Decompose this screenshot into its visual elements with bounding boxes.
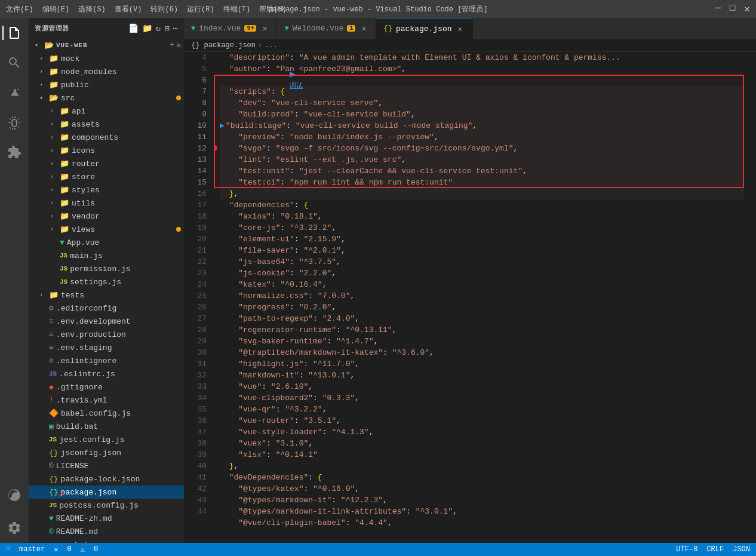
tree-item-mock[interactable]: › 📁 mock bbox=[29, 52, 184, 65]
code-line-31: "markdown-it": "^13.0.1", bbox=[220, 370, 744, 381]
tree-item-package-lock[interactable]: › {} package-lock.json bbox=[29, 472, 184, 486]
warnings-count[interactable]: 0 bbox=[94, 545, 98, 554]
tree-item-assets[interactable]: › 📁 assets bbox=[29, 118, 184, 131]
tab-welcome-vue[interactable]: ▼ Welcome.vue 1 ✕ bbox=[277, 18, 376, 39]
tree-item-main-js[interactable]: › JS main.js bbox=[29, 249, 184, 262]
tree-item-package-json[interactable]: › {} package.json ↗ bbox=[29, 486, 184, 499]
tree-item-travis[interactable]: › ! .travis.yml bbox=[29, 394, 184, 407]
menu-file[interactable]: 文件(F) bbox=[6, 4, 33, 14]
git-branch-label[interactable]: master bbox=[19, 545, 45, 554]
extensions-icon[interactable] bbox=[2, 140, 26, 164]
collapse-icon[interactable]: ⊟ bbox=[164, 23, 169, 33]
tree-item-postcss[interactable]: › JS postcss.config.js bbox=[29, 499, 184, 512]
more-actions-icon[interactable]: ⋯ bbox=[173, 23, 178, 33]
remote-icon[interactable] bbox=[2, 483, 26, 507]
code-line-37: "vuex": "3.1.0", bbox=[220, 438, 744, 449]
app-container: 资源管理器 📄 📁 ↻ ⊟ ⋯ ▾ 📂 VUE-WEB + ⊕ bbox=[0, 18, 756, 556]
sidebar-actions[interactable]: 📄 📁 ↻ ⊟ ⋯ bbox=[128, 23, 178, 33]
tree-item-eslintrc[interactable]: › JS .eslintrc.js bbox=[29, 367, 184, 380]
tree-item-babel[interactable]: › 🔶 babel.config.js bbox=[29, 407, 184, 420]
code-line-35: "vue-router": "3.5.1", bbox=[220, 415, 744, 426]
tree-item-permission-js[interactable]: › JS permission.js bbox=[29, 262, 184, 275]
tree-item-settings-js[interactable]: › JS settings.js bbox=[29, 275, 184, 288]
code-line-34: "vue-qr": "^3.2.2", bbox=[220, 404, 744, 415]
tree-item-env-prod[interactable]: › ≡ .env.production bbox=[29, 328, 184, 341]
tree-item-components[interactable]: › 📁 components bbox=[29, 131, 184, 144]
search-icon[interactable] bbox=[2, 51, 26, 75]
new-file-root-icon[interactable]: + bbox=[170, 41, 174, 50]
tree-item-eslintignore[interactable]: › ⊘ .eslintignore bbox=[29, 354, 184, 367]
new-folder-icon[interactable]: 📁 bbox=[142, 23, 152, 33]
window-title: package.json - vue-web - Visual Studio C… bbox=[268, 4, 487, 14]
debug-icon[interactable] bbox=[2, 110, 26, 134]
tree-item-public[interactable]: › 📁 public bbox=[29, 78, 184, 91]
encoding-label[interactable]: UTF-8 bbox=[676, 545, 697, 554]
tree-item-node-modules[interactable]: › 📁 node_modules bbox=[29, 65, 184, 78]
minimize-button[interactable]: ─ bbox=[715, 3, 721, 15]
new-file-icon[interactable]: 📄 bbox=[128, 23, 139, 33]
tree-item-api[interactable]: › 📁 api bbox=[29, 105, 184, 118]
tree-item-editorconfig[interactable]: › ⚙ .editorconfig bbox=[29, 302, 184, 315]
menu-bar[interactable]: 文件(F) 编辑(E) 选择(S) 查看(V) 转到(G) 运行(R) 终端(T… bbox=[6, 4, 287, 14]
tree-item-styles[interactable]: › 📁 styles bbox=[29, 183, 184, 196]
breadcrumb-sep: › bbox=[258, 41, 262, 50]
tree-item-store[interactable]: › 📁 store bbox=[29, 170, 184, 183]
menu-edit[interactable]: 编辑(E) bbox=[42, 4, 70, 14]
folder-styles-icon: 📁 bbox=[60, 185, 69, 195]
tree-item-tests[interactable]: › 📁 tests bbox=[29, 288, 184, 302]
tree-item-app-vue[interactable]: › ▼ App.vue bbox=[29, 236, 184, 249]
tree-item-env-dev[interactable]: › ≡ .env.development bbox=[29, 315, 184, 328]
tree-item-vendor[interactable]: › 📁 vendor bbox=[29, 210, 184, 223]
tab-index-vue[interactable]: ▼ index.vue 9+ ✕ bbox=[184, 18, 277, 39]
settings-js-label: settings.js bbox=[70, 278, 184, 287]
menu-run[interactable]: 运行(R) bbox=[187, 4, 214, 14]
tab-close-index-vue[interactable]: ✕ bbox=[260, 24, 269, 33]
tree-item-icons[interactable]: › 📁 icons bbox=[29, 144, 184, 157]
tree-item-build-bat[interactable]: › ▣ build.bat bbox=[29, 420, 184, 433]
code-line-22: "js-cookie": "2.2.0", bbox=[220, 268, 744, 279]
tree-item-src[interactable]: ▾ 📂 src bbox=[29, 91, 184, 105]
language-label[interactable]: JSON bbox=[733, 545, 750, 554]
tree-item-readme-zh[interactable]: › ▼ README-zh.md bbox=[29, 512, 184, 525]
arrow-annotation: ↗ bbox=[59, 486, 65, 499]
menu-terminal[interactable]: 终端(T) bbox=[223, 4, 251, 14]
sidebar-header: 资源管理器 📄 📁 ↻ ⊟ ⋯ bbox=[29, 18, 184, 39]
tree-item-jest[interactable]: › JS jest.config.js bbox=[29, 433, 184, 446]
app-vue-label: App.vue bbox=[67, 238, 184, 247]
source-control-icon[interactable] bbox=[2, 81, 26, 105]
settings-gear-icon[interactable] bbox=[2, 516, 26, 540]
tree-root-vue-web[interactable]: ▾ 📂 VUE-WEB + ⊕ bbox=[29, 39, 184, 52]
tree-item-views[interactable]: › 📁 views bbox=[29, 223, 184, 236]
code-editor[interactable]: 4 5 6 7 8 9 10 11 12 13 14 15 16 17 18 1… bbox=[184, 52, 756, 543]
maximize-button[interactable]: □ bbox=[730, 3, 736, 15]
errors-count[interactable]: 0 bbox=[67, 545, 71, 554]
bat-build-icon: ▣ bbox=[49, 422, 54, 431]
new-folder-root-icon[interactable]: ⊕ bbox=[177, 41, 181, 50]
tree-item-jsconfig[interactable]: › {} jsconfig.json bbox=[29, 446, 184, 459]
menu-select[interactable]: 选择(S) bbox=[78, 4, 106, 14]
tree-item-license[interactable]: › © LICENSE bbox=[29, 459, 184, 472]
tree-item-run-bat[interactable]: › ▣ run.bat bbox=[29, 538, 184, 543]
window-controls[interactable]: ─ □ ✕ bbox=[715, 3, 750, 15]
tree-item-readme[interactable]: › © README.md bbox=[29, 525, 184, 538]
line-ending-label[interactable]: CRLF bbox=[706, 545, 724, 554]
tab-close-welcome-vue[interactable]: ✕ bbox=[359, 24, 368, 33]
tree-item-gitignore[interactable]: › ◆ .gitignore bbox=[29, 380, 184, 394]
views-modified-dot bbox=[176, 227, 181, 232]
tree-item-env-staging[interactable]: › ≡ .env.staging bbox=[29, 341, 184, 354]
permission-js-label: permission.js bbox=[70, 265, 184, 274]
tab-package-json[interactable]: {} package.json ✕ bbox=[376, 18, 472, 39]
arrow-right-assets-icon: › bbox=[50, 121, 60, 128]
tree-item-utils[interactable]: › 📁 utils bbox=[29, 196, 184, 210]
code-line-17: "axios": "0.18.1", bbox=[220, 211, 744, 222]
tab-close-package-json[interactable]: ✕ bbox=[456, 24, 465, 33]
menu-goto[interactable]: 转到(G) bbox=[150, 4, 178, 14]
menu-view[interactable]: 查看(V) bbox=[115, 4, 142, 14]
explorer-icon[interactable] bbox=[2, 21, 26, 45]
close-button[interactable]: ✕ bbox=[744, 3, 750, 15]
folder-views-icon: 📁 bbox=[60, 225, 69, 234]
refresh-icon[interactable]: ↻ bbox=[156, 23, 161, 33]
mock-label: mock bbox=[61, 54, 184, 63]
tree-item-router[interactable]: › 📁 router bbox=[29, 157, 184, 170]
debug-text[interactable]: 调试 bbox=[290, 82, 303, 90]
